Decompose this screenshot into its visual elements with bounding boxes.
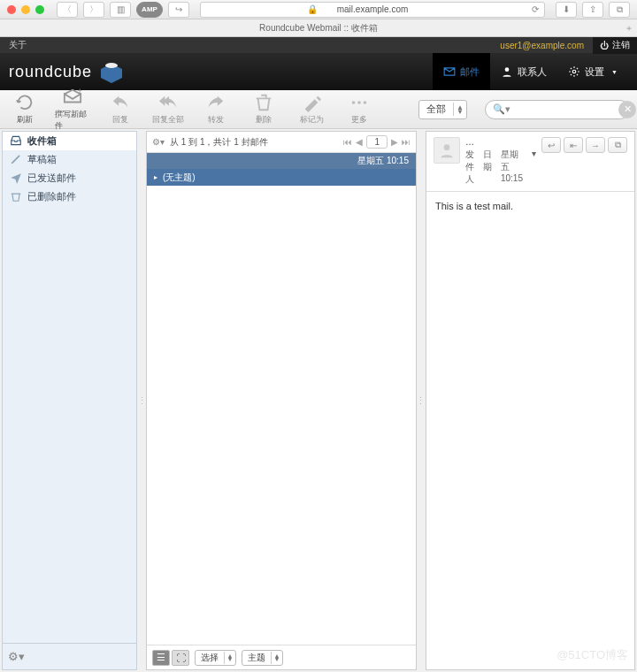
folder-drafts[interactable]: 草稿箱: [3, 150, 136, 169]
folder-trash[interactable]: 已删除邮件: [3, 187, 136, 206]
folder-options-button[interactable]: ⚙▾: [8, 650, 25, 663]
about-link[interactable]: 关于: [0, 39, 35, 51]
top-nav: 邮件 联系人 设置 ▼: [433, 53, 628, 90]
compose-button[interactable]: + 撰写新邮件: [55, 88, 90, 132]
splitter-right[interactable]: ⋮: [418, 129, 424, 672]
nav-mail[interactable]: 邮件: [433, 53, 490, 90]
reply-all-button[interactable]: 回复全部: [150, 93, 186, 126]
delete-button[interactable]: 删除: [246, 93, 281, 126]
pager-last[interactable]: ⏭: [402, 137, 411, 147]
chevron-down-icon: ▼: [611, 69, 618, 75]
message-item[interactable]: ▸ (无主题): [147, 169, 416, 186]
reload-icon[interactable]: ⟳: [532, 4, 539, 14]
mark-button[interactable]: 标记为: [294, 93, 329, 126]
pager-first[interactable]: ⏮: [343, 137, 352, 147]
expand-icon: ▸: [154, 173, 157, 181]
mail-toolbar: 刷新 + 撰写新邮件 回复 回复全部 转发 删除 标记为 更多 全部 ▲▼ 🔍▾…: [0, 90, 637, 129]
download-button[interactable]: ⬇: [556, 2, 577, 18]
message-list-footer: ☰ ⛶ 选择 ▲▼ 主题 ▲▼: [147, 645, 416, 669]
view-thread-button[interactable]: ⛶: [172, 650, 189, 666]
message-list: ⚙▾ 从 1 到 1，共计 1 封邮件 ⏮ ◀ 1 ▶ ⏭ 星期五 10:15 …: [146, 131, 417, 670]
minimize-window[interactable]: [21, 5, 30, 14]
reply-all-icon: [158, 93, 178, 112]
forward-button[interactable]: 转发: [198, 93, 234, 126]
preview-header: … 发件人 日期 星期五 10:15 ▾ ↩ ⇤ → ⧉: [426, 132, 634, 192]
power-icon: ⏻: [600, 41, 609, 50]
folder-drafts-label: 草稿箱: [27, 153, 57, 166]
share-button[interactable]: ⇪: [582, 2, 603, 18]
watermark: @51CTO博客: [556, 647, 628, 663]
folder-trash-label: 已删除邮件: [27, 190, 76, 203]
more-button[interactable]: 更多: [342, 93, 377, 126]
brand-logo: roundcube: [9, 60, 126, 83]
preview-subject: …: [465, 137, 536, 147]
extension-amp[interactable]: AMP: [136, 2, 163, 18]
folder-sidebar: 收件箱 草稿箱 已发送邮件 已删除邮件 ⚙▾: [2, 131, 137, 670]
tab-bar: Roundcube Webmail :: 收件箱 ＋: [0, 19, 637, 37]
filter-select[interactable]: 全部 ▲▼: [418, 100, 467, 119]
nav-back[interactable]: 〈: [57, 2, 78, 18]
compose-icon: +: [63, 88, 82, 107]
nav-contacts-label: 联系人: [518, 65, 547, 79]
list-options-button[interactable]: ⚙▾: [152, 137, 165, 147]
pager-page[interactable]: 1: [366, 135, 388, 149]
new-tab-button[interactable]: ＋: [625, 22, 633, 34]
preview-reply-button[interactable]: ↩: [541, 137, 561, 153]
close-window[interactable]: [7, 5, 16, 14]
url-text: mail.example.com: [337, 4, 409, 14]
folder-inbox[interactable]: 收件箱: [3, 132, 136, 150]
nav-mail-label: 邮件: [460, 65, 480, 79]
mail-icon: [443, 65, 456, 78]
address-bar[interactable]: 🔒 mail.example.com ⟳: [200, 2, 545, 18]
svg-point-0: [105, 63, 118, 68]
from-label: 发件人: [465, 149, 474, 186]
reply-icon: [111, 93, 130, 112]
tabs-button[interactable]: ⧉: [609, 2, 630, 18]
message-date-header: 星期五 10:15: [147, 153, 416, 169]
sidebar-toggle[interactable]: ▥: [110, 2, 131, 18]
trash-icon: [254, 93, 273, 112]
top-header: 关于 user1@example.com ⏻ 注销: [0, 37, 637, 53]
person-icon: [501, 65, 513, 78]
mark-icon: [302, 93, 321, 112]
splitter-left[interactable]: ⋮: [139, 129, 144, 672]
refresh-button[interactable]: 刷新: [7, 93, 42, 126]
svg-point-2: [572, 70, 576, 73]
trash-folder-icon: [10, 190, 22, 204]
browser-chrome: 〈 〉 ▥ AMP ↪ 🔒 mail.example.com ⟳ ⬇ ⇪ ⧉: [0, 0, 637, 19]
avatar: [434, 137, 460, 164]
message-list-header: ⚙▾ 从 1 到 1，共计 1 封邮件 ⏮ ◀ 1 ▶ ⏭: [147, 132, 416, 153]
view-list-button[interactable]: ☰: [152, 650, 170, 666]
nav-forward[interactable]: 〉: [83, 2, 104, 18]
sidebar-footer: ⚙▾: [3, 643, 136, 669]
filter-label: 全部: [419, 103, 454, 116]
clear-search-icon[interactable]: ✕: [618, 101, 636, 118]
brand-text: roundcube: [9, 63, 92, 81]
preview-popup-button[interactable]: ⧉: [608, 137, 627, 153]
select-dropdown[interactable]: 选择 ▲▼: [195, 650, 236, 666]
current-user: user1@example.com: [500, 41, 584, 50]
pager-prev[interactable]: ◀: [356, 137, 363, 147]
preview-reply-all-button[interactable]: ⇤: [564, 137, 583, 153]
folder-sent[interactable]: 已发送邮件: [3, 169, 136, 187]
sort-dropdown[interactable]: 主题 ▲▼: [242, 650, 283, 666]
pager-next[interactable]: ▶: [391, 137, 398, 147]
svg-point-6: [364, 101, 367, 104]
search-icon: 🔍▾: [493, 103, 510, 115]
nav-settings[interactable]: 设置 ▼: [557, 53, 628, 90]
reply-button[interactable]: 回复: [103, 93, 138, 126]
search-input[interactable]: 🔍▾ ✕: [485, 100, 630, 119]
maximize-window[interactable]: [35, 5, 44, 14]
nav-settings-label: 设置: [585, 65, 604, 79]
lock-icon: 🔒: [307, 4, 318, 14]
preview-forward-button[interactable]: →: [586, 137, 605, 153]
extension-link[interactable]: ↪: [168, 2, 189, 18]
main-area: 收件箱 草稿箱 已发送邮件 已删除邮件 ⚙▾ ⋮ ⚙▾ 从 1 到 1，共计 1…: [0, 129, 637, 672]
tab-title[interactable]: Roundcube Webmail :: 收件箱: [259, 22, 378, 34]
cube-icon: [97, 60, 126, 83]
message-subject: (无主题): [163, 172, 196, 184]
nav-contacts[interactable]: 联系人: [490, 53, 557, 90]
details-toggle[interactable]: ▾: [532, 149, 536, 186]
logout-button[interactable]: ⏻ 注销: [593, 36, 637, 54]
folder-sent-label: 已发送邮件: [27, 172, 76, 185]
